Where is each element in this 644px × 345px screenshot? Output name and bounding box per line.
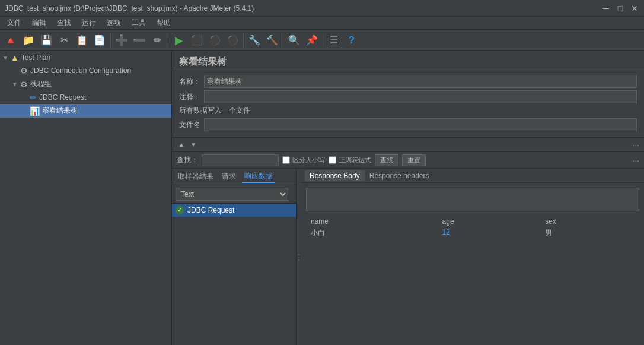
toolbar-pencil-button[interactable]: ✏ [149,32,165,49]
search-more-icon[interactable]: ··· [632,156,639,165]
toolbar-pin-button[interactable]: 📌 [304,32,320,49]
close-button[interactable]: ✕ [630,4,639,13]
table-row: 小白 12 男 [306,227,639,239]
case-label: 区分大小写 [292,156,325,164]
tab-response[interactable]: 响应数据 [242,170,275,183]
toolbar-help-button[interactable]: ? [343,32,360,49]
toolbar-sep-5 [323,34,323,47]
tab-sampler[interactable]: 取样器结果 [176,170,216,183]
tree-item-jdbc-conn[interactable]: ⚙ JDBC Connection Configuration [0,64,171,77]
filename-label: 文件名 [179,120,200,130]
expand-icon-thread-group: ▼ [12,81,18,87]
sub-tab-response-headers[interactable]: Response headers [365,170,434,181]
toolbar-new-button[interactable]: 🔺 [2,32,19,49]
tree-item-result-tree[interactable]: 📊 察看结果树 [0,104,171,118]
reset-button[interactable]: 重置 [402,154,426,166]
toolbar-img1-button[interactable]: 🔧 [246,32,263,49]
comment-label: 注释： [179,92,200,102]
toolbar-open-button[interactable]: 📁 [20,32,37,49]
more-options-icon[interactable]: ··· [632,140,639,150]
shield-icon: ✓ [176,206,184,214]
detail-sub-tabs: Response Body Response headers [301,169,644,183]
toolbar-stop-button[interactable]: ⬛ [189,32,205,49]
tree-item-test-plan[interactable]: ▼ ▲ Test Plan [0,51,171,64]
toolbar-list-button[interactable]: ☰ [326,32,342,49]
regex-label: 正则表达式 [339,156,371,164]
inner-toolbar-right: ··· [632,140,639,150]
tree-item-thread-group[interactable]: ▼ ⚙ 线程组 [0,77,171,91]
toolbar-circle1-button[interactable]: ⚫ [206,32,223,49]
toolbar-remove-button[interactable]: ➖ [131,32,148,49]
name-input[interactable] [204,75,637,88]
toolbar-copy-button[interactable]: 📋 [74,32,90,49]
cell-name: 小白 [306,227,438,239]
search-area: 查找： 区分大小写 正则表达式 查找 重置 ··· [172,152,644,169]
menu-help[interactable]: 帮助 [152,17,176,29]
tree-item-jdbc-request[interactable]: ✏ JDBC Request [0,91,171,104]
toolbar-play-button[interactable]: ▶ [171,32,187,49]
window-title: JDBC_test_shop.jmx (D:\Project\JDBC_test… [5,4,601,12]
comment-input[interactable] [204,90,637,103]
name-label: 名称： [179,77,200,87]
tree-label-thread-group: 线程组 [30,79,52,89]
toolbar-scissors-button[interactable]: ✂ [56,32,72,49]
menu-tools[interactable]: 工具 [127,17,151,29]
detail-content: name age sex 小白 12 男 [301,183,644,345]
menu-options[interactable]: 选项 [102,17,126,29]
tree-icon-thread-group: ⚙ [20,80,28,89]
panel-header: 察看结果树 [172,51,644,71]
toolbar-sep-3 [243,34,244,47]
format-dropdown[interactable]: Text HTML JSON XML Regexp Tester [176,188,288,201]
tree-icon-jdbc-conn: ⚙ [20,66,28,75]
left-tree-panel: ▼ ▲ Test Plan ⚙ JDBC Connection Configur… [0,51,172,345]
toolbar-add-button[interactable]: ➕ [113,32,130,49]
menu-run[interactable]: 运行 [77,17,101,29]
filename-row: 文件名 [179,118,637,131]
tree-label-jdbc-request: JDBC Request [39,93,86,102]
inner-toolbar: ▲ ▼ ··· [172,138,644,152]
tab-request[interactable]: 请求 [219,170,238,183]
col-header-name: name [306,216,438,227]
toolbar-save-button[interactable]: 💾 [38,32,55,49]
search-input[interactable] [202,154,279,166]
response-table: name age sex 小白 12 男 [306,216,639,239]
divider-handle[interactable] [297,169,301,345]
find-button[interactable]: 查找 [375,154,398,166]
toolbar-up-arrow[interactable]: ▲ [177,140,186,150]
file-section-label: 所有数据写入一个文件 [179,106,637,116]
result-tabs-header: 取样器结果 请求 响应数据 [172,169,296,185]
toolbar-paste-button[interactable]: 📄 [91,32,108,49]
response-area [306,188,639,211]
toolbar-down-arrow[interactable]: ▼ [189,140,198,150]
menu-file[interactable]: 文件 [2,17,26,29]
case-checkbox[interactable] [282,156,290,164]
tree-label-jdbc-conn: JDBC Connection Configuration [30,67,131,75]
maximize-button[interactable]: □ [616,4,625,13]
tree-icon-test-plan: ▲ [11,53,19,62]
toolbar-circle2-button[interactable]: ⚫ [224,32,241,49]
col-header-age: age [438,216,540,227]
sub-tab-response-body[interactable]: Response Body [305,170,365,181]
tree-icon-jdbc-request: ✏ [30,93,37,102]
filename-input[interactable] [204,118,637,131]
detail-panel: Response Body Response headers name age … [301,169,644,345]
menu-find[interactable]: 查找 [52,17,76,29]
form-area: 名称： 注释： 所有数据写入一个文件 文件名 [172,71,644,138]
menu-edit[interactable]: 编辑 [27,17,51,29]
content-split: 取样器结果 请求 响应数据 Text HTML JSON XML Regexp … [172,169,644,345]
expand-icon-test-plan: ▼ [2,55,8,61]
tree-icon-result-tree: 📊 [30,106,40,116]
dropdown-row: Text HTML JSON XML Regexp Tester [172,185,296,204]
search-label: 查找： [177,155,198,165]
result-item-jdbc[interactable]: ✓ JDBC Request [172,204,296,217]
panel-title: 察看结果树 [179,56,227,67]
toolbar-img2-button[interactable]: 🔨 [264,32,280,49]
toolbar-sep-2 [168,34,168,47]
title-bar: JDBC_test_shop.jmx (D:\Project\JDBC_test… [0,0,644,17]
toolbar-search-button[interactable]: 🔍 [286,32,302,49]
tree-label-test-plan: Test Plan [21,53,50,62]
cell-sex: 男 [540,227,639,239]
regex-checkbox[interactable] [329,156,336,164]
tree-label-result-tree: 察看结果树 [42,106,78,116]
minimize-button[interactable]: ─ [601,4,611,13]
